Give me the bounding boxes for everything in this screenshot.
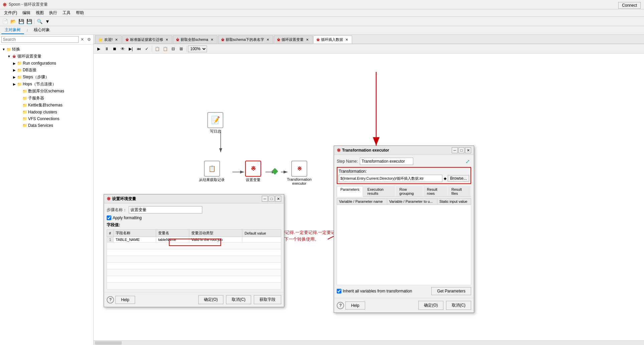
tab-close-loop-insert[interactable]: ✕ xyxy=(344,37,349,42)
set-var-minimize[interactable]: ─ xyxy=(262,196,268,202)
canvas-scroll[interactable] xyxy=(94,340,644,345)
trans-exec-help-button[interactable]: Help xyxy=(345,301,365,310)
tree-toggle-loop-set[interactable]: ▼ xyxy=(7,54,11,59)
tree-item-hops[interactable]: ▶ 📁 Hops（节点连接） xyxy=(0,81,93,88)
node-write-log[interactable]: 📝 写日志 xyxy=(207,112,223,134)
save-all-button[interactable]: 💾 xyxy=(25,18,33,25)
distribute-button[interactable]: ⊞ xyxy=(178,45,185,53)
trans-exec-title-bar[interactable]: ※ Transformation executor ─ □ ✕ xyxy=(334,146,474,155)
tree-item-hadoop[interactable]: ▶ 📁 Hadoop clusters xyxy=(0,109,93,115)
tab-get-all-schema[interactable]: ※ 获取全部schema ✕ xyxy=(173,35,217,44)
trans-exec-tab-row-grouping[interactable]: Row grouping xyxy=(396,186,423,196)
tree-item-run-config[interactable]: ▶ 📁 Run configurations xyxy=(0,60,93,67)
table-row[interactable]: 1 TABLE_NAME tableName Valid in the root… xyxy=(107,237,281,243)
trans-exec-help-icon[interactable]: ? xyxy=(337,302,344,309)
node-trans-exec[interactable]: ※ Transformation executor xyxy=(286,161,313,185)
set-var-help-icon[interactable]: ? xyxy=(107,296,114,304)
trans-exec-trans-input[interactable] xyxy=(339,175,442,182)
trans-exec-tab-result-files[interactable]: Result files xyxy=(448,186,470,196)
tab-close-get-schema-tables[interactable]: ✕ xyxy=(265,37,270,42)
run-button[interactable]: ▶ xyxy=(95,45,102,53)
tree-item-kettle-schemas[interactable]: ▶ 📁 Kettle集群schemas xyxy=(0,102,93,109)
stop-button[interactable]: ⏹ xyxy=(111,45,118,53)
trans-exec-tab-parameters[interactable]: Parameters xyxy=(337,186,363,197)
pause-button[interactable]: ⏸ xyxy=(103,45,110,53)
trans-exec-close[interactable]: ✕ xyxy=(465,147,471,153)
tab-standard[interactable]: ※ 标准版证据索引迁移 ✕ xyxy=(122,35,172,44)
cell-var-name-1[interactable]: tableName xyxy=(156,237,189,243)
trans-exec-maximize[interactable]: □ xyxy=(458,147,464,153)
tree-item-transforms[interactable]: ▼ 📁 转换 xyxy=(0,46,93,53)
tab-core-objects[interactable]: 核心对象 xyxy=(30,26,53,34)
tree-toggle-db[interactable]: ▶ xyxy=(12,68,17,73)
trans-exec-browse-button[interactable]: Browse... xyxy=(448,175,469,182)
trans-exec-variable-icon[interactable]: ◆ xyxy=(444,176,446,181)
tab-close-welcome[interactable]: ✕ xyxy=(114,37,119,42)
trans-exec-get-params-button[interactable]: Get Parameters xyxy=(431,287,471,295)
trans-exec-stepname-input[interactable] xyxy=(360,158,413,165)
scroll-thumb[interactable] xyxy=(95,341,122,345)
tree-item-vfs[interactable]: ▶ 📁 VFS Connections xyxy=(0,115,93,122)
copy-button[interactable]: 📋 xyxy=(153,45,161,53)
menu-view[interactable]: 视图 xyxy=(33,9,46,16)
preview-button[interactable]: 👁 xyxy=(119,45,126,53)
tab-welcome[interactable]: ⭐ 欢迎! ✕ xyxy=(95,35,122,44)
tree-item-loop-set[interactable]: ▼ ※ 循环设置变量 xyxy=(0,53,93,60)
save-button[interactable]: 💾 xyxy=(17,18,25,25)
set-var-stepname-input[interactable] xyxy=(129,206,202,213)
set-var-getfields-button[interactable]: 获取字段 xyxy=(254,295,281,304)
toolbar-btn-6[interactable]: ▼ xyxy=(44,18,51,25)
open-button[interactable]: 📂 xyxy=(9,18,17,25)
cell-field-name-1[interactable]: TABLE_NAME xyxy=(114,237,156,243)
set-var-format-checkbox[interactable] xyxy=(107,215,111,220)
trans-exec-cancel-button[interactable]: 取消(C) xyxy=(446,301,471,310)
menu-execute[interactable]: 执行 xyxy=(46,9,60,16)
menu-edit[interactable]: 编辑 xyxy=(20,9,33,16)
connect-button[interactable]: Connect xyxy=(618,2,641,9)
set-var-format-label[interactable]: Apply formatting xyxy=(107,215,142,220)
set-var-ok-button[interactable]: 确定(O) xyxy=(198,295,223,304)
tree-item-db-schemas[interactable]: ▶ 📁 数据库分区schemas xyxy=(0,88,93,95)
cell-var-type-1[interactable]: Valid in the root job xyxy=(189,237,242,243)
trans-exec-ok-button[interactable]: 确定(O) xyxy=(418,301,443,310)
tab-main-objects[interactable]: 主对象树 xyxy=(1,26,24,34)
paste-button[interactable]: 📋 xyxy=(162,45,169,53)
trans-exec-inherit-label[interactable]: Inherit all variables from transformatio… xyxy=(337,289,412,293)
tree-item-steps[interactable]: ▶ 📁 Steps（步骤） xyxy=(0,74,93,81)
canvas[interactable]: 📝 写日志 📋 从结果获取记录 ※ 设置变量 ※ xyxy=(94,54,644,340)
toolbar-btn-5[interactable]: 🔍 xyxy=(36,18,43,25)
tree-item-data-services[interactable]: ▶ 📁 Data Services xyxy=(0,122,93,129)
tab-close-standard[interactable]: ✕ xyxy=(165,37,169,42)
cell-default-1[interactable] xyxy=(242,237,281,243)
menu-help[interactable]: 帮助 xyxy=(73,9,87,16)
set-var-cancel-button[interactable]: 取消(C) xyxy=(226,295,251,304)
tab-get-schema-tables[interactable]: ※ 获取schema下的表名字 ✕ xyxy=(218,35,274,44)
step-button[interactable]: ▶| xyxy=(127,45,134,53)
check-button[interactable]: ✓ xyxy=(143,45,150,53)
tab-close-loop-set-var[interactable]: ✕ xyxy=(305,37,310,42)
tree-item-db[interactable]: ▶ 📁 DB连接 xyxy=(0,67,93,74)
new-button[interactable]: 📄 xyxy=(1,18,9,25)
menu-tools[interactable]: 工具 xyxy=(60,9,73,16)
search-input[interactable] xyxy=(1,36,79,43)
node-set-var[interactable]: ※ 设置变量 xyxy=(245,161,261,182)
set-var-maximize[interactable]: □ xyxy=(269,196,275,202)
trans-exec-inherit-checkbox[interactable] xyxy=(337,289,341,293)
set-var-dialog-title[interactable]: ※ 设置环境变量 ─ □ ✕ xyxy=(104,194,284,203)
set-var-help-button[interactable]: Help xyxy=(115,296,135,304)
tab-loop-set-var[interactable]: ※ 循环设置变量 ✕ xyxy=(274,35,313,44)
trans-exec-tab-exec-results[interactable]: Execution results xyxy=(364,186,395,196)
search-clear-icon[interactable]: ✕ xyxy=(79,36,85,42)
replay-button[interactable]: ⏮ xyxy=(135,45,142,53)
search-options-icon[interactable]: ⚙ xyxy=(86,36,92,42)
align-button[interactable]: ⊟ xyxy=(170,45,177,53)
tree-toggle-steps[interactable]: ▶ xyxy=(12,75,17,80)
zoom-select[interactable]: 100% 75% 150% xyxy=(188,46,207,52)
tree-item-sub-server[interactable]: ▶ 📁 子服务器 xyxy=(0,95,93,102)
set-var-close[interactable]: ✕ xyxy=(275,196,281,202)
trans-exec-minimize[interactable]: ─ xyxy=(452,147,458,153)
trans-exec-tab-result-rows[interactable]: Result rows xyxy=(423,186,447,196)
tree-toggle-transforms[interactable]: ▼ xyxy=(1,47,6,52)
tab-loop-insert[interactable]: ※ 循环插入数据 ✕ xyxy=(313,35,352,44)
node-get-result[interactable]: 📋 从结果获取记录 xyxy=(199,161,225,182)
